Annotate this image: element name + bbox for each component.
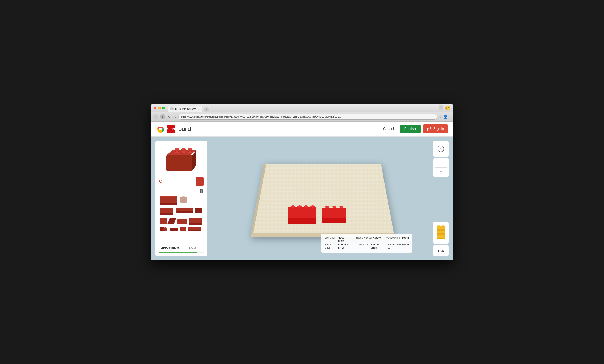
- new-tab-button[interactable]: +: [204, 107, 209, 112]
- svg-rect-81: [437, 226, 445, 229]
- panel-tabs: LEGO® bricks Extras: [159, 242, 204, 250]
- rotate-button[interactable]: ↺: [159, 179, 163, 184]
- back-button[interactable]: ‹: [153, 114, 158, 119]
- tip-arrowkeys-action: Rotate brick: [371, 243, 383, 249]
- svg-point-8: [175, 148, 179, 150]
- svg-point-59: [304, 205, 308, 208]
- svg-point-57: [291, 205, 295, 208]
- svg-rect-38: [160, 218, 167, 224]
- brick-collection: [159, 196, 204, 232]
- app-header: LEGO build Cancel Publish g⁺ Sign in: [151, 122, 453, 137]
- svg-point-67: [440, 148, 441, 149]
- svg-rect-31: [180, 197, 187, 203]
- build-title: build: [178, 126, 191, 132]
- signin-label: Sign in: [433, 127, 444, 131]
- canvas-area[interactable]: Left Click = Place Brick Space + Drag = …: [211, 141, 430, 256]
- menu-icon[interactable]: ≡: [449, 115, 451, 119]
- tips-row-2: Right Click = Remove Brick Arrowkeys = R…: [325, 243, 409, 249]
- tips-button[interactable]: Tips: [433, 245, 449, 256]
- brick-preview: [159, 145, 204, 175]
- gplus-icon: g⁺: [427, 126, 432, 131]
- tip-right-click-action: Remove Brick: [338, 243, 352, 249]
- svg-point-20: [181, 151, 186, 153]
- refresh-button[interactable]: ↻: [167, 115, 171, 119]
- tips-row-1: Left Click = Place Brick Space + Drag = …: [325, 236, 409, 242]
- main-content: ↺ 🗑: [151, 137, 453, 260]
- tip-mousewheel-key: Mousewheel =: [386, 236, 401, 242]
- lego-blocks-icon[interactable]: [433, 222, 449, 244]
- bricks-grid: [159, 196, 204, 240]
- tab-close-button[interactable]: ×: [198, 108, 199, 110]
- minimize-button[interactable]: [158, 107, 161, 109]
- tab-label: Build with Chrome: [175, 107, 196, 111]
- tab-bar: Build with Chrome × +: [168, 104, 209, 112]
- tip-right-click-key: Right Click =: [325, 243, 337, 249]
- url-actions: ☆ 👤 ≡: [439, 115, 451, 119]
- svg-rect-42: [189, 218, 202, 223]
- tip-cmd-z-action: Undo: [402, 243, 409, 249]
- lego-board[interactable]: [247, 151, 394, 246]
- svg-marker-39: [167, 218, 176, 224]
- zoom-out-button[interactable]: −: [437, 169, 445, 175]
- tip-mousewheel-action: Zoom: [402, 236, 409, 242]
- placed-brick-2[interactable]: [322, 206, 346, 223]
- tip-arrowkeys-key: Arrowkeys =: [358, 243, 370, 249]
- svg-marker-52: [251, 164, 394, 233]
- home-button[interactable]: ⌂: [173, 115, 176, 119]
- header-actions: Cancel Publish g⁺ Sign in: [380, 124, 448, 133]
- tab-favicon: [171, 107, 174, 111]
- compass-button[interactable]: [433, 141, 449, 157]
- panel-controls: ↺: [159, 177, 204, 186]
- mac-window: Build with Chrome × + ⤢ 😄 ‹ › ↻ ⌂ ☆ 👤 ≡: [151, 104, 453, 260]
- svg-rect-62: [322, 208, 346, 217]
- url-input[interactable]: [178, 114, 437, 120]
- publish-button[interactable]: Publish: [400, 125, 420, 133]
- window-resize-button[interactable]: ⤢: [439, 105, 443, 110]
- delete-area: 🗑: [159, 188, 204, 194]
- svg-point-44: [163, 227, 167, 231]
- left-panel: ↺ 🗑: [155, 141, 207, 256]
- svg-rect-40: [177, 219, 187, 224]
- tip-mousewheel: Mousewheel = Zoom: [386, 236, 409, 242]
- zoom-in-button[interactable]: +: [437, 160, 445, 167]
- svg-point-28: [168, 196, 171, 197]
- svg-point-11: [181, 148, 186, 150]
- tip-space-key: Space + Drag =: [356, 236, 372, 242]
- tip-space-drag: Space + Drag = Rotate: [356, 236, 381, 242]
- tip-left-click: Left Click = Place Brick: [325, 236, 351, 242]
- svg-point-58: [297, 205, 302, 208]
- svg-rect-34: [160, 208, 173, 213]
- active-tab[interactable]: Build with Chrome ×: [168, 106, 202, 112]
- cancel-button[interactable]: Cancel: [380, 125, 397, 133]
- svg-point-17: [175, 151, 179, 153]
- extras-tab[interactable]: Extras: [181, 245, 204, 250]
- svg-point-2: [159, 128, 162, 130]
- svg-point-65: [340, 206, 343, 208]
- delete-button[interactable]: 🗑: [199, 188, 204, 194]
- emoji-avatar: 😄: [445, 105, 450, 111]
- maximize-button[interactable]: [162, 107, 165, 109]
- close-button[interactable]: [154, 107, 156, 109]
- right-panel: + −: [433, 141, 449, 256]
- zoom-divider: [435, 167, 447, 168]
- tips-panel: Left Click = Place Brick Space + Drag = …: [321, 234, 412, 253]
- logo-area: LEGO build: [156, 125, 191, 133]
- svg-point-14: [188, 148, 192, 150]
- svg-point-23: [188, 151, 192, 153]
- chrome-logo: [156, 125, 165, 133]
- bookmark-icon[interactable]: ☆: [439, 115, 442, 119]
- tip-space-action: Rotate: [373, 236, 381, 242]
- title-bar: Build with Chrome × + ⤢ 😄: [151, 104, 453, 113]
- svg-point-26: [162, 196, 164, 197]
- tip-left-click-action: Place Brick: [338, 236, 351, 242]
- progress-bar: [159, 252, 204, 253]
- lego-bricks-tab[interactable]: LEGO® bricks: [159, 245, 181, 250]
- brick-3d-preview: [165, 148, 198, 172]
- user-avatar-icon[interactable]: 👤: [443, 115, 448, 119]
- color-swatch[interactable]: [196, 177, 204, 186]
- svg-rect-46: [180, 227, 186, 231]
- forward-button[interactable]: ›: [160, 114, 165, 119]
- signin-button[interactable]: g⁺ Sign in: [423, 124, 448, 133]
- zoom-panel: + −: [433, 158, 449, 177]
- placed-brick-1[interactable]: [288, 205, 316, 225]
